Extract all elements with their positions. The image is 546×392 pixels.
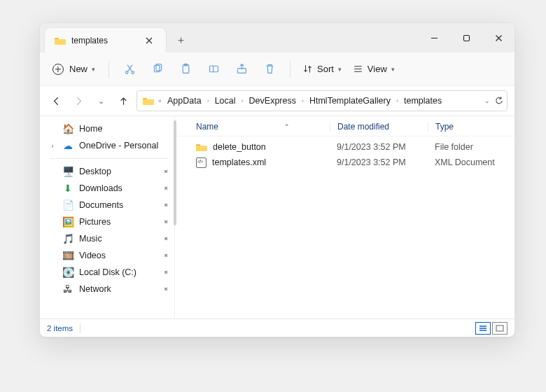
tab-active[interactable]: templates (44, 27, 167, 52)
svg-rect-0 (463, 35, 469, 41)
file-row[interactable]: delete_button9/1/2023 3:52 PMFile folder (196, 139, 505, 155)
svg-rect-9 (496, 326, 503, 331)
nav-row: ⌄ « AppData› Local› DevExpress› HtmlTemp… (40, 86, 514, 115)
back-button[interactable] (47, 92, 65, 110)
svg-point-1 (125, 71, 127, 74)
breadcrumb-segment[interactable]: templates (402, 94, 443, 107)
chevron-down-icon[interactable]: ⌄ (484, 97, 490, 104)
view-label: View (368, 64, 387, 74)
explorer-window: templates ＋ New ▾ Sort ▾ (39, 22, 515, 337)
breadcrumb-segment[interactable]: DevExpress (248, 94, 298, 107)
column-type[interactable]: Type (428, 122, 505, 132)
sidebar: 🏠 Home › ☁ OneDrive - Personal 🖥️Desktop… (40, 116, 174, 318)
sort-icon (302, 64, 313, 74)
breadcrumb-segment[interactable]: AppData (166, 94, 203, 107)
item-count: 2 items (47, 324, 73, 332)
rename-button[interactable] (201, 58, 226, 80)
scrollbar[interactable] (174, 120, 176, 225)
pin-icon: ✦ (160, 284, 171, 295)
body: 🏠 Home › ☁ OneDrive - Personal 🖥️Desktop… (40, 115, 514, 318)
sidebar-item-pictures[interactable]: 🖼️Pictures✦ (44, 214, 173, 230)
separator (290, 61, 290, 78)
sidebar-item-documents[interactable]: 📄Documents✦ (44, 197, 173, 214)
file-type: File folder (428, 142, 505, 152)
toolbar: New ▾ Sort ▾ View ▾ (40, 52, 514, 86)
sidebar-item-videos[interactable]: 🎞️Videos✦ (44, 247, 173, 264)
thumbnails-view-button[interactable] (492, 322, 507, 335)
folder-icon (55, 36, 66, 45)
breadcrumb-segment[interactable]: Local (214, 94, 237, 107)
column-name[interactable]: Name ⌃ (196, 122, 330, 132)
pin-icon: ✦ (160, 183, 171, 194)
titlebar: templates ＋ (40, 23, 514, 52)
view-icon (353, 64, 363, 74)
expand-icon[interactable]: › (48, 142, 57, 150)
file-row[interactable]: templates.xml9/1/2023 3:52 PMXML Documen… (196, 155, 505, 170)
breadcrumb-segment[interactable]: HtmlTemplateGallery (308, 94, 392, 107)
folder-icon (196, 143, 207, 151)
sidebar-item-music[interactable]: 🎵Music✦ (44, 230, 173, 247)
sort-label: Sort (317, 64, 334, 74)
maximize-button[interactable] (450, 23, 482, 52)
view-toggle (475, 322, 507, 335)
pin-icon: ✦ (160, 233, 171, 244)
separator (50, 158, 167, 159)
forward-button[interactable] (69, 92, 88, 110)
pictures-icon: 🖼️ (62, 216, 74, 227)
sidebar-onedrive[interactable]: › ☁ OneDrive - Personal (44, 137, 173, 154)
status-bar: 2 items (40, 318, 514, 337)
cut-button[interactable] (117, 58, 142, 80)
disk-icon: 💽 (62, 267, 74, 278)
paste-button[interactable] (173, 58, 198, 80)
chevron-down-icon: ▾ (391, 66, 395, 73)
desktop-icon: 🖥️ (62, 166, 74, 177)
network-icon: 🖧 (62, 284, 74, 295)
share-button[interactable] (229, 58, 254, 80)
downloads-icon: ⬇ (62, 183, 74, 194)
file-list: Name ⌃ Date modified Type delete_button9… (175, 116, 514, 318)
address-bar[interactable]: « AppData› Local› DevExpress› HtmlTempla… (136, 90, 507, 111)
home-icon: 🏠 (62, 123, 74, 134)
details-view-button[interactable] (475, 322, 491, 335)
sort-indicator-icon: ⌃ (284, 123, 290, 130)
sidebar-home[interactable]: 🏠 Home (44, 120, 173, 137)
file-name: templates.xml (212, 158, 266, 167)
sidebar-item-desktop[interactable]: 🖥️Desktop✦ (44, 163, 173, 180)
copy-button[interactable] (145, 58, 170, 80)
svg-rect-7 (209, 66, 218, 72)
sidebar-item-downloads[interactable]: ⬇Downloads✦ (44, 180, 173, 197)
recent-button[interactable]: ⌄ (92, 92, 110, 110)
chevron-down-icon: ▾ (338, 66, 342, 73)
pin-icon: ✦ (160, 250, 171, 261)
sidebar-item-disk[interactable]: 💽Local Disk (C:)✦ (44, 264, 173, 281)
new-button[interactable]: New ▾ (47, 60, 101, 78)
file-name: delete_button (213, 142, 266, 152)
new-label: New (69, 64, 88, 74)
column-date[interactable]: Date modified (330, 122, 428, 132)
new-tab-button[interactable]: ＋ (167, 27, 195, 52)
minimize-button[interactable] (418, 23, 450, 52)
column-headers: Name ⌃ Date modified Type (175, 116, 514, 136)
close-tab-button[interactable] (139, 31, 159, 50)
delete-button[interactable] (257, 58, 282, 80)
folder-icon (143, 97, 154, 105)
tab-title: templates (71, 36, 134, 46)
pin-icon: ✦ (160, 267, 171, 278)
close-window-button[interactable] (482, 23, 514, 52)
sidebar-item-network[interactable]: 🖧Network✦ (44, 281, 173, 298)
file-date: 9/1/2023 3:52 PM (330, 158, 428, 167)
chevron-down-icon: ▾ (92, 66, 95, 73)
documents-icon: 📄 (62, 200, 74, 211)
file-date: 9/1/2023 3:52 PM (330, 142, 428, 152)
separator (108, 61, 109, 78)
separator (80, 323, 80, 333)
videos-icon: 🎞️ (62, 250, 74, 261)
up-button[interactable] (114, 92, 132, 110)
svg-point-2 (132, 71, 134, 74)
sort-button[interactable]: Sort ▾ (298, 60, 346, 78)
pin-icon: ✦ (160, 200, 171, 211)
window-controls (418, 23, 514, 52)
view-button[interactable]: View ▾ (349, 60, 399, 78)
refresh-button[interactable] (494, 96, 504, 106)
xml-file-icon (196, 158, 206, 168)
